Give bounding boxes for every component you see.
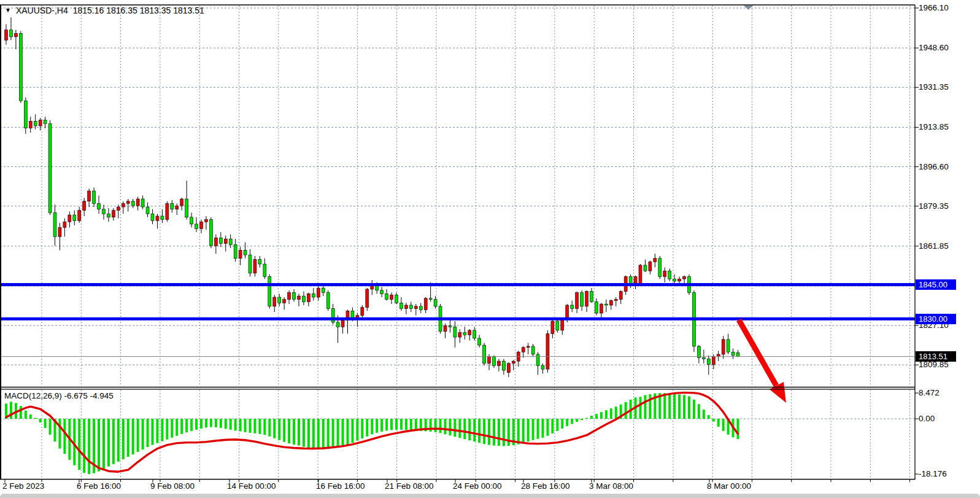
time-axis-label: 3 Mar 08:00 [589, 481, 633, 491]
macd-axis-label: 0.00 [919, 414, 935, 424]
chart-frame-borders [0, 5, 915, 480]
current-price-badge: 1813.51 [916, 351, 956, 362]
indicator-label: MACD(12,26,9) -6.675 -4.945 [4, 391, 114, 400]
time-axis-label: 24 Feb 00:00 [453, 481, 502, 491]
chart-canvas[interactable] [0, 0, 980, 498]
macd-axis-label: -18.176 [919, 469, 947, 479]
ohlc-values-label: 1815.16 1816.35 1813.35 1813.51 [73, 6, 204, 15]
price-level-badge-1830: 1830.00 [916, 314, 956, 324]
time-axis-label: 9 Feb 08:00 [150, 481, 195, 491]
time-axis-label: 21 Feb 08:00 [385, 481, 434, 491]
price-axis-label: 1966.10 [919, 3, 949, 13]
price-axis-label: 1913.85 [919, 122, 949, 132]
time-axis-label: 2 Feb 2023 [2, 481, 44, 491]
symbol-marker-icon[interactable]: ▼ [5, 7, 11, 14]
price-axis-label: 1861.85 [919, 241, 949, 251]
time-axis-label: 28 Feb 16:00 [521, 481, 570, 491]
candles-layer [5, 17, 740, 377]
time-axis-label: 8 Mar 00:00 [707, 481, 751, 491]
window-bottom-strip [0, 494, 980, 498]
macd-axis-label: 8.472 [919, 388, 939, 398]
macd-indicator-layer [5, 392, 739, 474]
chart-title: ▼ XAUUSD-,H4 1815.16 1816.35 1813.35 181… [5, 6, 204, 15]
support-resistance-lines[interactable] [0, 284, 915, 319]
axis-ticks [5, 8, 919, 483]
price-level-badge-1845: 1845.00 [916, 279, 956, 290]
trend-arrow[interactable] [739, 320, 786, 403]
time-axis-label: 16 Feb 16:00 [316, 481, 365, 491]
price-axis-label: 1931.35 [919, 82, 949, 92]
price-axis-label: 1896.60 [919, 162, 949, 172]
price-axis-label: 1879.35 [919, 201, 949, 211]
price-axis-label: 1948.60 [919, 43, 949, 53]
mt4-chart-window: ▼ XAUUSD-,H4 1815.16 1816.35 1813.35 181… [0, 0, 980, 498]
grid-layer [0, 6, 915, 478]
symbol-timeframe-label: XAUUSD-,H4 [16, 6, 68, 15]
time-axis-label: 14 Feb 00:00 [227, 481, 276, 491]
time-axis-label: 6 Feb 16:00 [77, 481, 121, 491]
